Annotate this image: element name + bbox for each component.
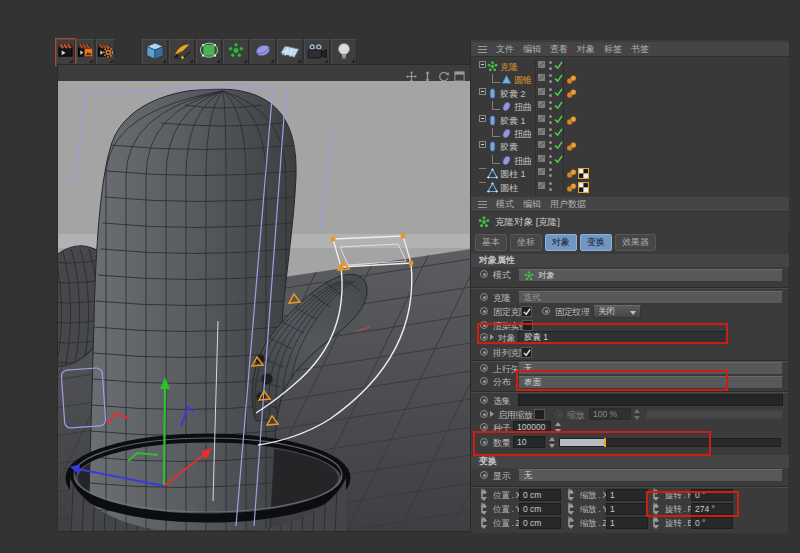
object-row-capsule1[interactable]: 胶囊 1 xyxy=(471,114,789,127)
mograph-cloner-button[interactable] xyxy=(223,39,249,65)
deformer-button[interactable] xyxy=(250,39,276,65)
layer-square[interactable] xyxy=(538,155,545,162)
position-y-value[interactable]: 0 cm xyxy=(519,503,561,515)
viewport-titlebar[interactable] xyxy=(58,65,471,81)
render-picture-viewer-button[interactable] xyxy=(76,39,95,65)
light-button[interactable] xyxy=(331,39,357,65)
tab-coordinates[interactable]: 坐标 xyxy=(510,234,542,251)
position-x-value[interactable]: 0 cm xyxy=(519,489,561,501)
expand-toggle[interactable] xyxy=(479,61,486,68)
fix-texture-dropdown[interactable]: 关闭 xyxy=(593,305,641,318)
layer-square[interactable] xyxy=(538,115,545,122)
scale-stepper[interactable] xyxy=(634,409,641,420)
keyframe-circle[interactable] xyxy=(480,410,488,418)
scale-y-value[interactable]: 1 xyxy=(606,503,648,515)
visibility-dots[interactable] xyxy=(549,88,552,97)
display-dropdown[interactable]: 无 xyxy=(518,469,783,482)
seed-stepper[interactable] xyxy=(555,422,562,433)
scale-x-value[interactable]: 1 xyxy=(606,489,648,501)
texture-tag-icon[interactable] xyxy=(578,168,589,181)
object-row-cone[interactable]: 圆锥 xyxy=(471,73,789,86)
count-slider[interactable] xyxy=(559,438,781,447)
om-menu-bookmarks[interactable]: 书签 xyxy=(631,43,649,56)
expand-arrow-icon[interactable] xyxy=(490,411,494,417)
am-menu-mode[interactable]: 模式 xyxy=(496,198,514,211)
am-menu-userdata[interactable]: 用户数据 xyxy=(550,198,586,211)
panel-menu-icon[interactable] xyxy=(478,46,487,53)
rotation-b-value[interactable]: 0 ° xyxy=(691,517,733,529)
panel-menu-icon[interactable] xyxy=(478,201,487,208)
rotation-p-value[interactable]: 274 ° xyxy=(691,503,733,515)
phong-tag-icon[interactable] xyxy=(566,88,577,101)
keyframe-circle[interactable] xyxy=(480,364,488,372)
layer-square[interactable] xyxy=(538,101,545,108)
scale-slider[interactable] xyxy=(646,410,783,419)
object-label[interactable]: 圆柱 1 xyxy=(500,168,526,181)
clone-dropdown[interactable]: 迭代 xyxy=(518,291,783,304)
keyframe-circle[interactable] xyxy=(480,471,488,479)
layer-square[interactable] xyxy=(538,61,545,68)
keyframe-circle[interactable] xyxy=(555,410,563,418)
align-clone-checkbox[interactable] xyxy=(521,347,532,358)
scale-value-field[interactable]: 100 % xyxy=(589,408,631,420)
visibility-dots[interactable] xyxy=(549,115,552,124)
seed-value-field[interactable]: 100000 xyxy=(513,421,551,433)
add-cube-button[interactable] xyxy=(142,39,168,65)
object-label[interactable]: 扭曲 xyxy=(514,155,532,168)
om-menu-view[interactable]: 查看 xyxy=(550,43,568,56)
subdivision-surface-button[interactable] xyxy=(196,39,222,65)
layer-square[interactable] xyxy=(538,182,545,189)
scale-z-value[interactable]: 1 xyxy=(606,517,648,529)
visibility-dots[interactable] xyxy=(549,182,552,191)
floor-button[interactable] xyxy=(277,39,303,65)
phong-tag-icon[interactable] xyxy=(566,182,577,195)
visibility-dots[interactable] xyxy=(549,141,552,150)
object-row-cloner[interactable]: 克隆 xyxy=(471,60,789,73)
fix-clone-checkbox[interactable] xyxy=(521,306,532,317)
viewport-layout-icon[interactable] xyxy=(454,68,465,79)
tab-effectors[interactable]: 效果器 xyxy=(615,234,656,251)
expand-arrow-icon[interactable] xyxy=(490,334,494,340)
texture-tag-icon[interactable] xyxy=(578,182,589,195)
layer-square[interactable] xyxy=(538,168,545,175)
keyframe-circle[interactable] xyxy=(480,423,488,431)
keyframe-circle[interactable] xyxy=(542,307,550,315)
layer-square[interactable] xyxy=(538,88,545,95)
keyframe-circle[interactable] xyxy=(480,293,488,301)
count-slider-handle[interactable] xyxy=(604,438,606,447)
visibility-dots[interactable] xyxy=(549,61,552,70)
tab-basic[interactable]: 基本 xyxy=(475,234,507,251)
keyframe-circle[interactable] xyxy=(480,348,488,356)
visibility-dots[interactable] xyxy=(549,74,552,83)
phong-tag-icon[interactable] xyxy=(566,115,577,128)
viewport-pan-icon[interactable] xyxy=(406,68,417,79)
om-menu-edit[interactable]: 编辑 xyxy=(523,43,541,56)
keyframe-circle[interactable] xyxy=(480,377,488,385)
selection-field[interactable] xyxy=(518,394,783,406)
expand-toggle[interactable] xyxy=(479,141,486,148)
phong-tag-icon[interactable] xyxy=(566,141,577,154)
rotation-h-value[interactable]: 0 ° xyxy=(691,489,733,501)
render-view-button[interactable] xyxy=(56,39,75,65)
phong-tag-icon[interactable] xyxy=(566,168,577,181)
enabled-check-icon[interactable] xyxy=(554,101,563,111)
object-row-capsule[interactable]: 胶囊 xyxy=(471,140,789,153)
object-label[interactable]: 圆柱 xyxy=(500,182,518,195)
expand-toggle[interactable] xyxy=(479,115,486,122)
enabled-check-icon[interactable] xyxy=(554,88,563,98)
object-label[interactable]: 扭曲 xyxy=(514,101,532,114)
keyframe-circle[interactable] xyxy=(480,321,488,329)
object-label[interactable]: 圆锥 xyxy=(514,74,532,87)
layer-square[interactable] xyxy=(538,141,545,148)
camera-button[interactable] xyxy=(304,39,330,65)
enabled-check-icon[interactable] xyxy=(554,128,563,138)
object-row-bend[interactable]: 扭曲 xyxy=(471,127,789,140)
keyframe-circle[interactable] xyxy=(480,333,488,341)
visibility-dots[interactable] xyxy=(549,168,552,177)
visibility-dots[interactable] xyxy=(549,155,552,164)
mode-dropdown[interactable]: 对象 xyxy=(518,269,783,282)
count-value-field[interactable]: 10 xyxy=(513,436,545,448)
object-row-cylinder[interactable]: 圆柱 xyxy=(471,181,789,194)
spline-pen-button[interactable] xyxy=(169,39,195,65)
expand-toggle[interactable] xyxy=(479,88,486,95)
